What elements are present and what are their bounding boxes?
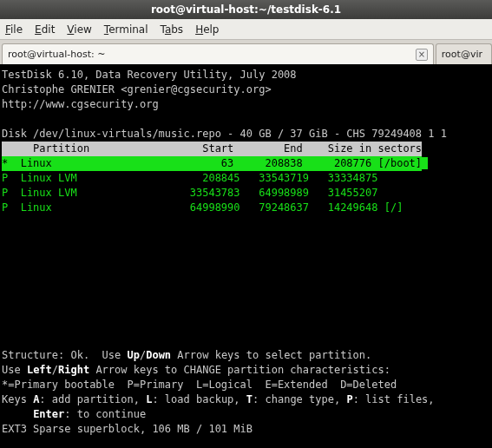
tab-bar: root@virtual-host: ~ × root@vir bbox=[0, 40, 492, 64]
partition-row: P Linux LVM 208845 33543719 33334875 bbox=[2, 172, 377, 184]
menu-help[interactable]: Help bbox=[195, 23, 219, 36]
cursor-block bbox=[422, 157, 428, 169]
close-icon[interactable]: × bbox=[416, 49, 428, 61]
tab-active-label: root@virtual-host: ~ bbox=[8, 49, 105, 60]
tab-inactive-label: root@vir bbox=[442, 49, 482, 60]
terminal-output[interactable]: TestDisk 6.10, Data Recovery Utility, Ju… bbox=[0, 64, 492, 448]
structure-line1: Structure: Ok. Use Up/Down Arrow keys to… bbox=[2, 349, 371, 361]
term-line3: http://www.cgsecurity.org bbox=[2, 98, 159, 110]
fs-line: EXT3 Sparse superblock, 106 MB / 101 MiB bbox=[2, 423, 253, 435]
partition-row: P Linux 64998990 79248637 14249648 [/] bbox=[2, 201, 403, 214]
partition-row-selected: * Linux 63 208838 208776 [/boot] bbox=[2, 156, 422, 171]
menu-terminal[interactable]: Terminal bbox=[104, 23, 148, 36]
window-titlebar: root@virtual-host:~/testdisk-6.1 bbox=[0, 0, 492, 19]
window-title: root@virtual-host:~/testdisk-6.1 bbox=[151, 3, 341, 16]
term-line1: TestDisk 6.10, Data Recovery Utility, Ju… bbox=[2, 69, 297, 81]
partition-row: P Linux LVM 33543783 64998989 31455207 bbox=[2, 187, 377, 199]
term-diskline: Disk /dev/linux-virtuals/music.repo - 40… bbox=[2, 128, 447, 140]
menu-tabs[interactable]: Tabs bbox=[161, 23, 184, 36]
tab-inactive[interactable]: root@vir bbox=[436, 43, 492, 64]
partition-header: Partition Start End Size in sectors bbox=[2, 142, 422, 156]
enter-line: Enter: to continue bbox=[2, 408, 146, 420]
menu-view[interactable]: View bbox=[67, 23, 91, 36]
menu-edit[interactable]: Edit bbox=[35, 23, 55, 36]
structure-line3: *=Primary bootable P=Primary L=Logical E… bbox=[2, 379, 397, 391]
tab-active[interactable]: root@virtual-host: ~ × bbox=[2, 43, 434, 64]
term-line2: Christophe GRENIER <grenier@cgsecurity.o… bbox=[2, 83, 272, 96]
keys-line: Keys A: add partition, L: load backup, T… bbox=[2, 393, 435, 405]
structure-line2: Use Left/Right Arrow keys to CHANGE part… bbox=[2, 364, 390, 376]
menubar: File Edit View Terminal Tabs Help bbox=[0, 19, 492, 40]
menu-file[interactable]: File bbox=[5, 23, 23, 36]
